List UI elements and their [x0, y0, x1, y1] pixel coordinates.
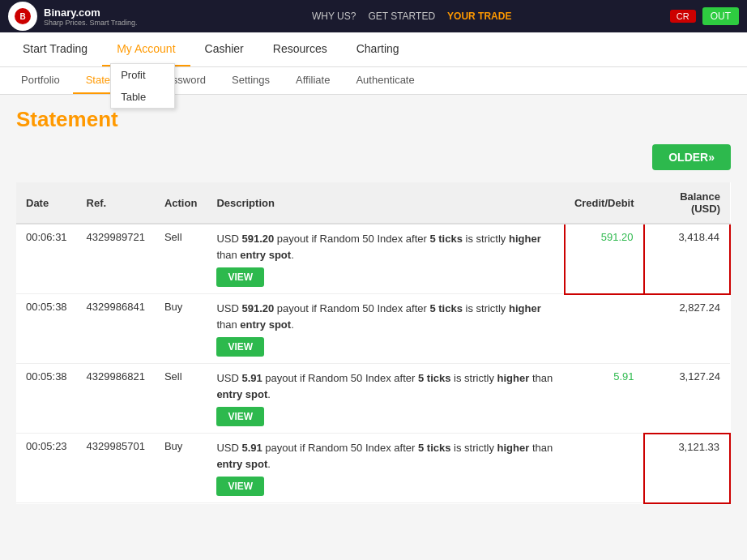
cell-date: 00:06:31: [16, 224, 77, 294]
cell-date: 00:05:38: [16, 294, 77, 364]
subnav-portfolio[interactable]: Portfolio: [8, 67, 73, 94]
cell-date: 00:05:23: [16, 434, 77, 503]
table-row: 00:05:384329986841BuyUSD 591.20 payout i…: [16, 294, 730, 364]
view-button[interactable]: VIEW: [216, 407, 264, 426]
top-link-getstarted[interactable]: GET STARTED: [368, 11, 435, 22]
logo-text: Binary.com Sharp Prices. Smart Trading.: [44, 6, 138, 27]
subnav-authenticate[interactable]: Authenticate: [343, 67, 427, 94]
view-button[interactable]: VIEW: [216, 477, 264, 496]
cell-credit: 591.20: [565, 224, 644, 294]
main-nav: Start Trading My Account Profit Table Ca…: [0, 32, 747, 67]
statement-table: Date Ref. Action Description Credit/Debi…: [16, 182, 731, 504]
cell-desc: USD 5.91 payout if Random 50 Index after…: [207, 434, 565, 503]
cell-ref: 4329989721: [77, 224, 155, 294]
page-title: Statement: [16, 107, 731, 132]
cell-date: 00:05:38: [16, 364, 77, 434]
cell-credit: [565, 434, 644, 503]
cell-desc: USD 591.20 payout if Random 50 Index aft…: [207, 224, 565, 294]
page-content: Statement OLDER» Date Ref. Action Descri…: [0, 95, 747, 516]
subnav-affiliate[interactable]: Affiliate: [283, 67, 343, 94]
cell-action: Sell: [155, 364, 207, 434]
older-btn-row: OLDER»: [16, 144, 731, 170]
cell-ref: 4329986821: [77, 364, 155, 434]
logo-area: B Binary.com Sharp Prices. Smart Trading…: [8, 2, 138, 31]
cell-ref: 4329986841: [77, 294, 155, 364]
top-bar: B Binary.com Sharp Prices. Smart Trading…: [0, 0, 747, 32]
col-credit: Credit/Debit: [565, 182, 644, 224]
nav-my-account[interactable]: My Account Profit Table: [102, 32, 190, 66]
svg-text:B: B: [19, 12, 25, 21]
cell-desc: USD 5.91 payout if Random 50 Index after…: [207, 364, 565, 434]
dropdown-profit[interactable]: Profit: [111, 64, 174, 86]
older-button[interactable]: OLDER»: [652, 144, 731, 170]
cell-credit: [565, 294, 644, 364]
top-links: WHY US? GET STARTED YOUR TRADE: [154, 11, 670, 22]
cell-action: Buy: [155, 294, 207, 364]
table-row: 00:05:234329985701BuyUSD 5.91 payout if …: [16, 434, 730, 503]
out-button[interactable]: OUT: [702, 7, 739, 25]
logo-icon: B: [8, 2, 37, 31]
cell-balance: 2,827.24: [644, 294, 730, 364]
col-balance: Balance (USD): [644, 182, 730, 224]
account-dropdown: Profit Table: [110, 63, 175, 109]
cell-action: Sell: [155, 224, 207, 294]
cell-balance: 3,121.33: [644, 434, 730, 503]
nav-charting[interactable]: Charting: [342, 32, 414, 66]
cell-credit: 5.91: [565, 364, 644, 434]
top-link-yourtrade[interactable]: YOUR TRADE: [447, 11, 511, 22]
col-date: Date: [16, 182, 77, 224]
table-row: 00:05:384329986821SellUSD 5.91 payout if…: [16, 364, 730, 434]
subnav-settings[interactable]: Settings: [219, 67, 283, 94]
nav-cashier[interactable]: Cashier: [190, 32, 258, 66]
view-button[interactable]: VIEW: [216, 267, 264, 287]
nav-resources[interactable]: Resources: [258, 32, 342, 66]
cell-desc: USD 591.20 payout if Random 50 Index aft…: [207, 294, 565, 364]
view-button[interactable]: VIEW: [216, 337, 264, 357]
cell-ref: 4329985701: [77, 434, 155, 503]
table-row: 00:06:314329989721SellUSD 591.20 payout …: [16, 224, 730, 294]
nav-start-trading[interactable]: Start Trading: [8, 32, 102, 66]
dropdown-table[interactable]: Table: [111, 86, 174, 108]
top-right: CR OUT: [670, 7, 739, 25]
cell-action: Buy: [155, 434, 207, 503]
col-desc: Description: [207, 182, 565, 224]
cell-balance: 3,127.24: [644, 364, 730, 434]
cell-balance: 3,418.44: [644, 224, 730, 294]
top-link-whyus[interactable]: WHY US?: [312, 11, 356, 22]
cr-badge: CR: [670, 10, 696, 23]
col-ref: Ref.: [77, 182, 155, 224]
col-action: Action: [155, 182, 207, 224]
